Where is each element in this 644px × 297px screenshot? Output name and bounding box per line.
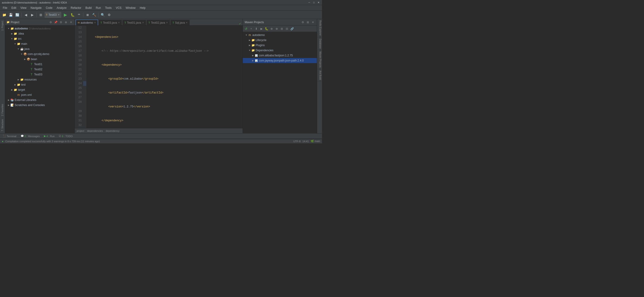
maven-skip-test-button[interactable]: ⊗ bbox=[274, 26, 279, 31]
menu-vcs[interactable]: VCS bbox=[114, 6, 124, 10]
status-encoding[interactable]: UTF-8 bbox=[293, 140, 300, 143]
menu-code[interactable]: Code bbox=[44, 6, 54, 10]
tree-item-autodemo[interactable]: ▼ 📁 autodemo D:\demo\autodemo bbox=[5, 26, 74, 31]
maven-show-deps-button[interactable]: ⊞ bbox=[280, 26, 284, 31]
menu-view[interactable]: View bbox=[18, 6, 28, 10]
close-button[interactable]: ✕ bbox=[317, 1, 320, 4]
maven-download-button[interactable]: ⬇ bbox=[254, 26, 258, 31]
code-editor[interactable]: 12 13 14 15 16 17 18 19 20 21 22 23 24 2… bbox=[75, 25, 242, 128]
tree-item-bean[interactable]: ▶ 📦 bean bbox=[5, 57, 74, 62]
project-strip-label[interactable]: 1: Project bbox=[1, 20, 4, 31]
menu-analyze[interactable]: Analyze bbox=[55, 6, 68, 10]
menu-run[interactable]: Run bbox=[94, 6, 103, 10]
maven-debug-run-button[interactable]: 🐛 bbox=[264, 26, 269, 31]
minimize-button[interactable]: ─ bbox=[308, 1, 311, 4]
coverage-button[interactable]: ☂ bbox=[76, 12, 82, 18]
tree-item-java[interactable]: ▼ ☕ java bbox=[5, 46, 74, 51]
tree-item-scratches[interactable]: ▶ 📝 Scratches and Consoles bbox=[5, 103, 74, 108]
menu-navigate[interactable]: Navigate bbox=[29, 6, 44, 10]
breadcrumb-project[interactable]: project bbox=[76, 129, 84, 132]
tree-item-pom[interactable]: m pom.xml bbox=[5, 92, 74, 97]
tree-item-test02[interactable]: T Test02 bbox=[5, 67, 74, 72]
maven-collapse-button[interactable]: ⊟ bbox=[284, 26, 289, 31]
messages-tab[interactable]: 💬 0 : Messages bbox=[19, 134, 42, 138]
tree-item-resources[interactable]: ▶ 📁 resources bbox=[5, 77, 74, 82]
stop-button[interactable]: ⏹ bbox=[85, 12, 90, 18]
menu-tools[interactable]: Tools bbox=[103, 6, 114, 10]
ant-build-tab[interactable]: Ant Build bbox=[317, 69, 322, 81]
tab-close-sql[interactable]: ✕ bbox=[186, 21, 188, 24]
tree-item-src[interactable]: ▼ 📁 src bbox=[5, 36, 74, 41]
project-close-button[interactable]: ✕ bbox=[69, 20, 73, 24]
breadcrumb-dependencies[interactable]: dependencies bbox=[87, 129, 103, 132]
menu-edit[interactable]: Edit bbox=[10, 6, 18, 10]
favorites-strip-label[interactable]: 2: Favorites bbox=[1, 103, 4, 117]
maven-item-fastjson[interactable]: ▶ 📊 com.alibaba:fastjson:1.2.75 bbox=[243, 53, 317, 58]
maven-expand-button[interactable]: ⊞ bbox=[306, 20, 310, 24]
maven-item-lifecycle[interactable]: ▶ 📁 Lifecycle bbox=[243, 37, 317, 43]
database-tab[interactable]: Database bbox=[317, 37, 322, 50]
settings-button[interactable]: ⚙ bbox=[106, 12, 112, 18]
tab-test03[interactable]: T Test03.java ✕ bbox=[98, 20, 122, 25]
menu-refactor[interactable]: Refactor bbox=[69, 6, 83, 10]
run-config-dropdown[interactable]: T Test03 ▼ bbox=[44, 12, 61, 18]
terminal-tab[interactable]: ⬛ Terminal bbox=[1, 134, 18, 138]
tree-label-src: src bbox=[18, 37, 22, 40]
structure-button[interactable]: ⊞ bbox=[38, 12, 44, 18]
tab-test01[interactable]: T Test01.java ✕ bbox=[122, 20, 146, 25]
tree-item-ext-libs[interactable]: ▶ 📚 External Libraries bbox=[5, 97, 74, 103]
run-button[interactable]: ▶ bbox=[62, 11, 69, 18]
open-folder-button[interactable]: 📁 bbox=[2, 12, 7, 18]
breadcrumb-dependency[interactable]: dependency bbox=[106, 129, 120, 132]
build-button[interactable]: 🔨 bbox=[91, 12, 97, 18]
debug-button[interactable]: 🐛 bbox=[70, 12, 75, 18]
maven-item-jsonpath[interactable]: ▶ 📊 com.jayway.jsonpath:json-path:2.4.0 bbox=[243, 58, 317, 63]
tab-close-autodemo[interactable]: ✕ bbox=[94, 21, 96, 24]
maven-lifecycle-button[interactable]: ⊕ bbox=[269, 26, 274, 31]
back-button[interactable]: ◀ bbox=[23, 12, 28, 18]
menu-window[interactable]: Window bbox=[124, 6, 138, 10]
menu-help[interactable]: Help bbox=[138, 6, 148, 10]
project-gear-button[interactable]: ⚙ bbox=[59, 20, 63, 24]
maven-run-button[interactable]: ▶ bbox=[259, 26, 264, 31]
project-pin-button[interactable]: 📌 bbox=[54, 20, 58, 24]
tree-item-main[interactable]: ▼ 📁 main bbox=[5, 41, 74, 46]
tree-item-idea[interactable]: ▶ 📁 .idea bbox=[5, 31, 74, 36]
menu-build[interactable]: Build bbox=[84, 6, 94, 10]
maven-item-plugins[interactable]: ▶ 📁 Plugins bbox=[243, 43, 317, 48]
maven-item-dependencies[interactable]: ▼ 📁 Dependencies bbox=[243, 48, 317, 53]
project-expand-button[interactable]: ⊕ bbox=[64, 20, 68, 24]
maven-refresh-button[interactable]: ↺ bbox=[244, 26, 248, 31]
tab-close-test02[interactable]: ✕ bbox=[166, 21, 168, 24]
redis-explorer-tab[interactable]: Redis Explorer bbox=[317, 19, 322, 37]
tab-autodemo[interactable]: m autodemo ✕ bbox=[76, 20, 98, 25]
maven-projects-tab[interactable]: Maven Projects bbox=[317, 50, 322, 69]
tab-close-test03[interactable]: ✕ bbox=[118, 21, 120, 24]
tree-item-package[interactable]: ▼ 📦 com.qzcsbj.demo bbox=[5, 51, 74, 57]
forward-button[interactable]: ▶ bbox=[30, 12, 35, 18]
maximize-button[interactable]: □ bbox=[312, 1, 316, 4]
save-button[interactable]: 💾 bbox=[8, 12, 14, 18]
maven-add-button[interactable]: + bbox=[249, 26, 254, 31]
tree-item-test01[interactable]: T Test01 bbox=[5, 62, 74, 67]
tab-close-test01[interactable]: ✕ bbox=[142, 21, 144, 24]
run-tab[interactable]: ▶ 4 : Run bbox=[42, 134, 56, 138]
maven-link-button[interactable]: 🔗 bbox=[290, 26, 294, 31]
project-settings-button[interactable]: ⚙ bbox=[48, 20, 53, 24]
menu-file[interactable]: File bbox=[1, 6, 9, 10]
tree-item-target[interactable]: ▶ 📁 target bbox=[5, 87, 74, 92]
maven-close-button[interactable]: ✕ bbox=[311, 20, 315, 24]
tree-item-test03[interactable]: T Test03 bbox=[5, 72, 74, 77]
tab-test02[interactable]: T Test02.java ✕ bbox=[146, 20, 170, 25]
todo-tab[interactable]: ☑ 6 : TODO bbox=[57, 134, 74, 138]
status-line-col: 14:41 bbox=[302, 140, 309, 143]
maven-settings-button[interactable]: ⚙ bbox=[301, 20, 305, 24]
tab-sql[interactable]: T Sql.java ✕ bbox=[170, 20, 190, 25]
maven-label-lifecycle: Lifecycle bbox=[256, 38, 266, 42]
search-button[interactable]: 🔍 bbox=[100, 12, 106, 18]
structure-strip-label[interactable]: 7: Structure bbox=[1, 118, 4, 132]
code-content[interactable]: <dependencies> <!-- https://mvnrepositor… bbox=[86, 25, 242, 128]
maven-item-autodemo[interactable]: ▼ m autodemo bbox=[243, 32, 317, 37]
sync-button[interactable]: 🔄 bbox=[14, 12, 20, 18]
tree-item-test[interactable]: ▶ 📁 test bbox=[5, 82, 74, 87]
